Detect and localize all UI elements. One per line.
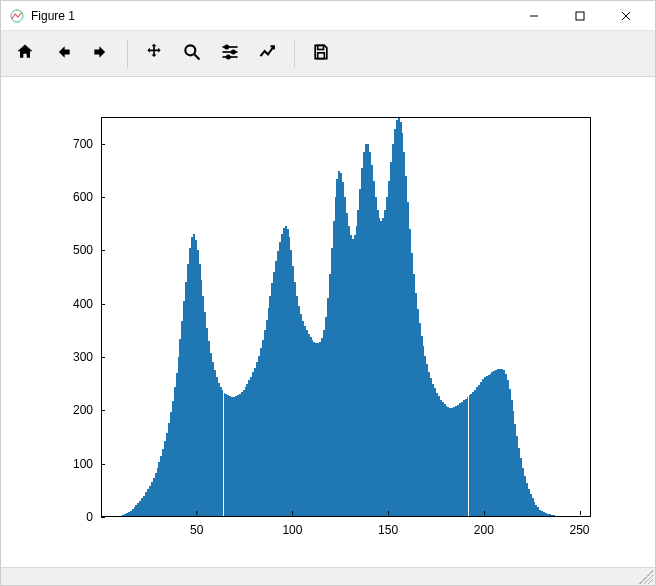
svg-rect-13 — [318, 45, 324, 49]
home-button[interactable] — [7, 36, 43, 72]
statusbar — [1, 567, 655, 585]
y-tick-label: 700 — [73, 137, 101, 151]
back-button[interactable] — [45, 36, 81, 72]
toolbar — [1, 31, 655, 77]
toolbar-separator — [294, 40, 295, 68]
x-tick-label: 150 — [378, 517, 398, 537]
svg-point-10 — [225, 45, 228, 48]
resize-grip-icon[interactable] — [639, 570, 653, 584]
close-button[interactable] — [603, 1, 649, 31]
toolbar-separator — [127, 40, 128, 68]
save-button[interactable] — [303, 36, 339, 72]
y-tick-label: 100 — [73, 457, 101, 471]
svg-point-5 — [185, 45, 195, 55]
titlebar: Figure 1 — [1, 1, 655, 31]
window-title: Figure 1 — [31, 9, 75, 23]
svg-point-12 — [227, 55, 230, 58]
maximize-button[interactable] — [557, 1, 603, 31]
x-tick-label: 200 — [474, 517, 494, 537]
svg-point-11 — [232, 50, 235, 53]
sliders-icon — [220, 42, 240, 65]
y-tick-label: 500 — [73, 243, 101, 257]
svg-rect-14 — [318, 53, 325, 59]
svg-rect-2 — [576, 12, 584, 20]
minimize-button[interactable] — [511, 1, 557, 31]
save-icon — [311, 42, 331, 65]
home-icon — [15, 42, 35, 65]
x-tick-label: 250 — [570, 517, 590, 537]
figure-canvas[interactable]: 0100200300400500600700 50100150200250 — [1, 77, 655, 567]
search-icon — [182, 42, 202, 65]
chart-line-icon — [258, 42, 278, 65]
move-icon — [144, 42, 164, 65]
axes: 0100200300400500600700 50100150200250 — [101, 117, 591, 517]
y-tick-label: 600 — [73, 190, 101, 204]
y-tick-label: 400 — [73, 297, 101, 311]
arrow-right-icon — [91, 42, 111, 65]
pan-button[interactable] — [136, 36, 172, 72]
subplots-button[interactable] — [212, 36, 248, 72]
x-tick-label: 100 — [282, 517, 302, 537]
forward-button[interactable] — [83, 36, 119, 72]
app-icon — [9, 8, 25, 24]
edit-button[interactable] — [250, 36, 286, 72]
y-tick-label: 200 — [73, 403, 101, 417]
y-tick-label: 300 — [73, 350, 101, 364]
arrow-left-icon — [53, 42, 73, 65]
y-tick-label: 0 — [86, 510, 101, 524]
x-tick-label: 50 — [190, 517, 203, 537]
zoom-button[interactable] — [174, 36, 210, 72]
svg-line-6 — [195, 55, 200, 60]
